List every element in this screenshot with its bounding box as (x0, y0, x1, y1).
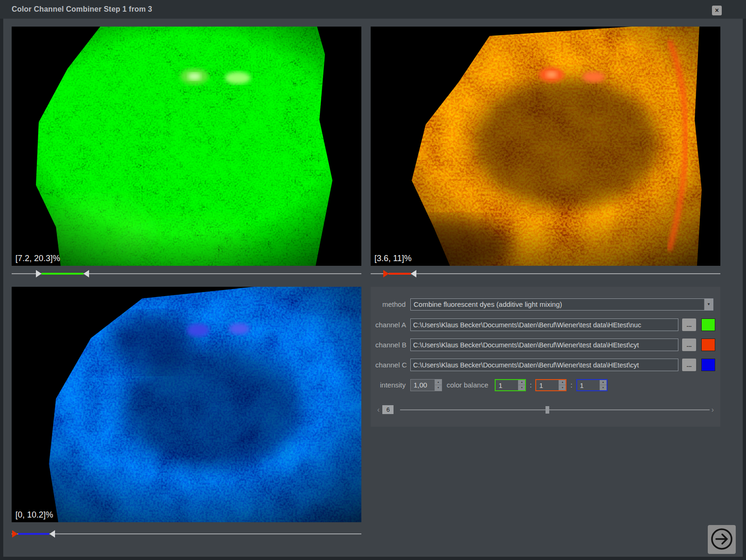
intensity-spin-down-icon[interactable]: ▼ (435, 385, 442, 391)
red-slider-low-handle[interactable] (383, 270, 389, 277)
method-label: method (375, 300, 406, 308)
blue-slider-low-handle[interactable] (12, 530, 18, 538)
color-balance-blue-spinner[interactable]: 1 ▲ ▼ (576, 379, 608, 391)
cb-blue-spin-down-icon[interactable]: ▼ (600, 385, 607, 390)
green-channel-preview: [7.2, 20.3]% (12, 27, 361, 266)
color-balance-green-value: 1 (496, 380, 518, 390)
green-slider-range (41, 273, 83, 275)
colon-separator: : (530, 381, 532, 389)
red-slider-track[interactable] (371, 273, 720, 274)
dialog-content: [7.2, 20.3]% (3, 19, 743, 557)
red-slider-high-handle[interactable] (411, 270, 416, 277)
channel-b-color-swatch[interactable] (701, 339, 715, 351)
dropdown-arrow-icon[interactable]: ▼ (704, 299, 713, 310)
method-dropdown[interactable]: Combine fluorescent dyes (additive light… (410, 298, 713, 311)
color-channel-combiner-window: Color Channel Combiner Step 1 from 3 × (0, 0, 746, 560)
intensity-spinner[interactable]: 1,00 ▲ ▼ (410, 379, 442, 391)
blue-slider-high-handle[interactable] (49, 530, 55, 538)
red-range-slider[interactable] (371, 269, 720, 278)
method-selected-value: Combine fluorescent dyes (additive light… (414, 300, 562, 308)
channel-c-label: channel C (375, 361, 406, 369)
colon-separator: : (570, 381, 572, 389)
intensity-value: 1,00 (411, 380, 435, 391)
channel-c-browse-button[interactable]: ... (682, 359, 696, 371)
color-balance-red-value: 1 (536, 380, 559, 390)
title-bar: Color Channel Combiner Step 1 from 3 (0, 0, 746, 19)
close-icon[interactable]: × (712, 6, 722, 15)
color-balance-green-spinner[interactable]: 1 ▲ ▼ (495, 379, 526, 391)
cb-blue-spin-up-icon[interactable]: ▲ (600, 380, 607, 386)
intensity-label: intensity (375, 381, 406, 389)
color-balance-red-spinner[interactable]: 1 ▲ ▼ (535, 379, 566, 391)
red-slider-range (389, 273, 411, 275)
cb-red-spin-up-icon[interactable]: ▲ (559, 380, 566, 386)
color-balance-blue-value: 1 (577, 380, 600, 390)
red-channel-image (371, 27, 720, 266)
blue-range-slider[interactable] (12, 529, 361, 539)
blue-slider-track[interactable] (12, 533, 361, 534)
channel-a-path-input[interactable] (410, 318, 678, 331)
blue-slider-range (18, 533, 50, 535)
frame-number-value: 6 (382, 405, 394, 414)
next-step-button[interactable] (708, 525, 736, 554)
channel-c-color-swatch[interactable] (701, 359, 715, 371)
blue-range-label: [0, 10.2]% (15, 510, 53, 520)
window-title: Color Channel Combiner Step 1 from 3 (12, 5, 152, 14)
frame-slider-track[interactable] (400, 409, 709, 410)
channel-b-path-input[interactable] (410, 339, 678, 351)
channel-a-browse-button[interactable]: ... (682, 318, 696, 331)
green-slider-low-handle[interactable] (36, 270, 41, 277)
color-balance-label: color balance (447, 381, 488, 389)
channel-a-color-swatch[interactable] (701, 318, 715, 331)
red-range-label: [3.6, 11]% (374, 254, 412, 263)
frame-slider-thumb[interactable] (546, 406, 549, 414)
red-channel-preview: [3.6, 11]% (371, 27, 720, 266)
intensity-spin-up-icon[interactable]: ▲ (435, 380, 442, 386)
green-range-slider[interactable] (12, 269, 361, 278)
channel-c-path-input[interactable] (410, 359, 678, 371)
channel-b-label: channel B (375, 341, 406, 349)
green-slider-high-handle[interactable] (83, 270, 89, 277)
cb-green-spin-down-icon[interactable]: ▼ (518, 385, 525, 390)
frame-next-icon[interactable]: › (710, 406, 716, 414)
green-channel-image (12, 27, 361, 266)
cb-green-spin-up-icon[interactable]: ▲ (518, 380, 525, 386)
blue-channel-image (12, 287, 361, 522)
frame-prev-icon[interactable]: ‹ (375, 406, 381, 414)
blue-channel-preview: [0, 10.2]% (12, 287, 361, 522)
green-range-label: [7.2, 20.3]% (15, 254, 60, 263)
arrow-right-circle-icon (708, 525, 735, 553)
cb-red-spin-down-icon[interactable]: ▼ (559, 385, 566, 390)
frame-slider[interactable] (400, 405, 709, 415)
channel-b-browse-button[interactable]: ... (682, 339, 696, 351)
channel-a-label: channel A (375, 321, 406, 329)
combiner-settings-panel: method Combine fluorescent dyes (additiv… (371, 287, 720, 427)
